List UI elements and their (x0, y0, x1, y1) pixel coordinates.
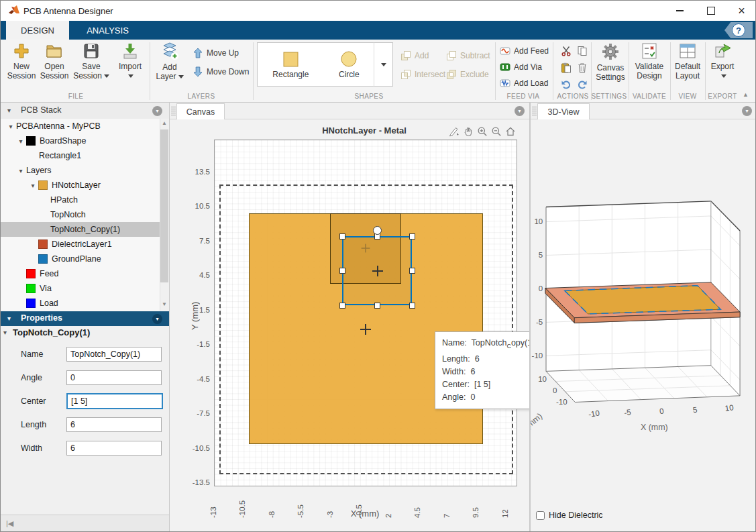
shape-gallery: Rectangle Circle (257, 42, 375, 87)
expander-icon[interactable]: ▾ (15, 138, 26, 145)
tab-3d-view[interactable]: 3D-View (537, 103, 590, 119)
tree-item-groundplane[interactable]: GroundPlane (1, 252, 169, 266)
width-field[interactable] (66, 441, 162, 456)
expander-icon[interactable]: ▾ (28, 182, 38, 189)
hide-dielectric-checkbox[interactable] (536, 511, 545, 520)
copy-button[interactable] (576, 45, 588, 57)
tab-canvas[interactable]: Canvas (176, 103, 225, 119)
z-ticks: 10 5 0 -5 -10 (532, 217, 543, 360)
tree-item-hnotchlayer[interactable]: ▾HNotchLayer (1, 178, 169, 193)
circle-shape-button[interactable]: Circle (339, 50, 360, 79)
tree-item-layers[interactable]: ▾Layers (1, 163, 169, 178)
new-session-button[interactable]: New Session (6, 42, 37, 81)
shape-gallery-expand-button[interactable] (374, 42, 393, 87)
add-layer-button[interactable]: Add Layer (154, 42, 186, 81)
canvas-settings-button[interactable]: Canvas Settings (594, 42, 627, 82)
hide-dielectric-control: Hide Dielectric (536, 511, 603, 520)
move-down-button[interactable]: Move Down (193, 66, 249, 77)
tree-item-feed[interactable]: Feed (1, 266, 169, 281)
collapse-section-icon[interactable]: ▾ (7, 315, 11, 322)
resize-handle[interactable] (339, 233, 345, 240)
edit-plot-icon[interactable] (449, 126, 460, 137)
paste-button[interactable] (560, 62, 572, 74)
tree-item-via[interactable]: Via (1, 281, 169, 296)
home-icon[interactable] (505, 126, 516, 137)
tree-item-load[interactable]: Load (1, 296, 169, 311)
expander-icon[interactable]: ▾ (5, 123, 16, 130)
tree-item-topnotch[interactable]: TopNotch (1, 207, 169, 222)
zoom-in-icon[interactable] (477, 126, 488, 137)
move-up-button[interactable]: Move Up (193, 48, 239, 58)
angle-field[interactable] (66, 370, 162, 385)
canvas-plot-area[interactable]: Name: TopNotchCopy(1) Length: 6 Width: 6… (214, 140, 517, 486)
tree-scrollbar-thumb[interactable] (160, 129, 168, 282)
x-tick: -8 (268, 488, 278, 518)
canvas-tab-bar: Canvas ▾ (170, 102, 529, 119)
add-via-button[interactable]: Add Via (500, 62, 542, 72)
expander-icon[interactable]: ▾ (3, 329, 7, 336)
tree-item-boardshape[interactable]: ▾BoardShape (1, 134, 169, 148)
maximize-button[interactable] (696, 1, 726, 21)
view3d-menu-button[interactable]: ▾ (742, 106, 752, 116)
resize-handle[interactable] (339, 268, 345, 274)
tree-item-pcbantenna[interactable]: ▾PCBAntenna - MyPCB (1, 119, 169, 134)
tree-item-topnotch-copy[interactable]: TopNotch_Copy(1) (1, 222, 169, 237)
tree-item-hpatch[interactable]: HPatch (1, 193, 169, 207)
panel-drag-handle-icon[interactable] (171, 107, 176, 115)
svg-text:5: 5 (539, 251, 543, 259)
scroll-up-icon[interactable]: ▲ (160, 120, 168, 126)
export-button[interactable]: Export (707, 42, 738, 81)
add-feed-button[interactable]: Add Feed (500, 46, 549, 56)
y-tick: 4.5 (182, 271, 210, 279)
x-axis-label: X (mm) (331, 509, 398, 519)
panel-drag-handle-icon[interactable] (532, 107, 537, 115)
save-session-button[interactable]: Save Session (72, 42, 111, 81)
boolean-subtract-button[interactable]: Subtract (446, 50, 490, 61)
properties-menu-button[interactable]: ▾ (152, 314, 162, 324)
name-field[interactable] (66, 347, 162, 362)
tree-item-dielectriclayer1[interactable]: DielectricLayer1 (1, 237, 169, 252)
boolean-exclude-button[interactable]: Exclude (446, 69, 489, 80)
rectangle-shape-button[interactable]: Rectangle (272, 50, 309, 79)
default-layout-button[interactable]: Default Layout (671, 42, 704, 81)
tab-analysis[interactable]: ANALYSIS (69, 21, 146, 40)
canvas-menu-button[interactable]: ▾ (515, 106, 525, 116)
open-session-button[interactable]: Open Session (38, 42, 70, 81)
redo-button[interactable] (576, 78, 588, 91)
resize-handle[interactable] (374, 303, 380, 309)
boolean-add-button[interactable]: Add (400, 50, 429, 61)
delete-button[interactable] (576, 62, 588, 74)
resize-handle[interactable] (409, 268, 415, 274)
resize-handle[interactable] (339, 303, 345, 309)
x-axis-label-3d: X (mm) (641, 423, 668, 432)
cut-button[interactable] (560, 45, 572, 57)
scroll-down-icon[interactable]: ▼ (160, 301, 168, 307)
boolean-intersect-button[interactable]: Intersect (400, 69, 445, 80)
zoom-out-icon[interactable] (491, 126, 502, 137)
import-button[interactable]: Import (115, 42, 146, 81)
tree-item-rectangle1[interactable]: Rectangle1 (1, 148, 169, 163)
tab-design[interactable]: DESIGN (6, 21, 69, 40)
add-load-button[interactable]: Add Load (500, 78, 548, 89)
center-field[interactable] (66, 393, 163, 409)
metal-patch-3d[interactable] (565, 286, 720, 314)
resize-handle[interactable] (409, 303, 415, 309)
y-tick: 13.5 (182, 168, 210, 176)
validate-design-button[interactable]: Validate Design (631, 42, 667, 81)
view3d-plot[interactable]: 10 5 0 -5 -10 10 0 -10 Y (mm) -10 -5 0 5… (531, 118, 756, 507)
pcb-antenna-designer-window: PCB Antenna Designer × DESIGN ANALYSIS ?… (0, 0, 756, 532)
length-field[interactable] (66, 417, 162, 432)
resize-handle[interactable] (409, 233, 415, 240)
close-button[interactable]: × (726, 1, 756, 21)
expander-icon[interactable]: ▾ (15, 167, 26, 174)
group-separator (591, 42, 592, 100)
collapse-section-icon[interactable]: ▾ (7, 107, 11, 114)
pcb-stack-menu-button[interactable]: ▾ (152, 106, 162, 116)
minimize-button[interactable] (665, 1, 695, 21)
collapse-panel-icon[interactable]: |◀ (6, 519, 13, 528)
undo-button[interactable] (560, 78, 572, 91)
collapse-ribbon-button[interactable]: ▲ (743, 91, 749, 98)
rotate-handle[interactable] (373, 226, 382, 235)
pan-icon[interactable] (463, 126, 474, 137)
svg-text:0: 0 (659, 407, 664, 415)
